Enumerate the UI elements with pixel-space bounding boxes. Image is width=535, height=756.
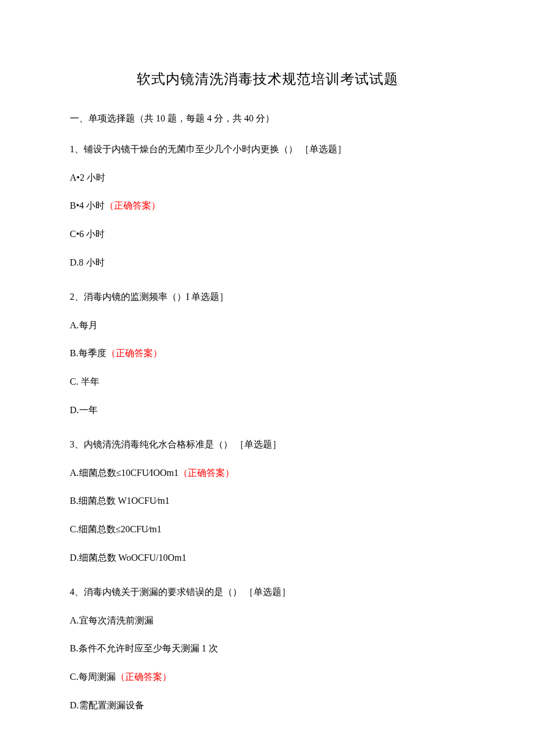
questions-container: 1、铺设于内镜干燥台的无菌巾至少几个小时内更换（） ［单选题］A•2 小时B•4… — [70, 141, 465, 714]
answer-option: D.需配置测漏设备 — [70, 697, 465, 714]
section-header: 一、单项选择题（共 10 题，每题 4 分，共 40 分） — [70, 110, 465, 127]
option-label: B.每季度 — [70, 348, 106, 358]
option-label: B•4 小时 — [70, 200, 105, 210]
question-text: 4、消毒内镜关于测漏的要求错误的是（） ［单选题］ — [70, 584, 465, 601]
correct-answer-marker: （正确答案） — [116, 672, 172, 682]
question-block: 4、消毒内镜关于测漏的要求错误的是（） ［单选题］A.宜每次清洗前测漏B.条件不… — [70, 584, 465, 714]
question-text: 3、内镜清洗消毒纯化水合格标准是（） ［单选题］ — [70, 436, 465, 453]
option-label: C.细菌总数≤20CFU⁄m1 — [70, 524, 162, 534]
answer-option: A•2 小时 — [70, 170, 465, 187]
answer-option: B.条件不允许时应至少每天测漏 1 次 — [70, 640, 465, 657]
question-text: 2、消毒内镜的监测频率（）I 单选题］ — [70, 289, 465, 306]
answer-option: A.细菌总数≤10CFU⁄IOOm1（正确答案） — [70, 465, 465, 482]
answer-option: B.每季度（正确答案） — [70, 345, 465, 362]
option-label: B.条件不允许时应至少每天测漏 1 次 — [70, 643, 218, 653]
answer-option: C.每周测漏（正确答案） — [70, 669, 465, 686]
correct-answer-marker: （正确答案） — [105, 200, 160, 210]
answer-option: A.每月 — [70, 317, 465, 334]
question-text: 1、铺设于内镜干燥台的无菌巾至少几个小时内更换（） ［单选题］ — [70, 141, 465, 158]
correct-answer-marker: （正确答案） — [106, 348, 162, 358]
answer-option: D.8 小时 — [70, 255, 465, 271]
answer-option: B.细菌总数 W1OCFU⁄m1 — [70, 493, 465, 510]
answer-option: A.宜每次清洗前测漏 — [70, 612, 465, 629]
question-block: 3、内镜清洗消毒纯化水合格标准是（） ［单选题］A.细菌总数≤10CFU⁄IOO… — [70, 436, 465, 567]
option-label: C.每周测漏 — [70, 672, 116, 682]
option-label: A.细菌总数≤10CFU⁄IOOm1 — [70, 468, 179, 478]
option-label: D.8 小时 — [70, 257, 105, 267]
option-label: B.细菌总数 W1OCFU⁄m1 — [70, 496, 170, 506]
option-label: A.每月 — [70, 320, 98, 330]
answer-option: B•4 小时（正确答案） — [70, 198, 465, 214]
document-title: 软式内镜清洗消毒技术规范培训考试试题 — [70, 70, 465, 88]
answer-option: D.细菌总数 WoOCFU/10Om1 — [70, 550, 465, 567]
option-label: A•2 小时 — [70, 173, 105, 182]
option-label: C•6 小时 — [70, 229, 105, 239]
answer-option: D.一年 — [70, 402, 465, 419]
option-label: D.需配置测漏设备 — [70, 700, 144, 710]
answer-option: C•6 小时 — [70, 226, 465, 243]
option-label: D.细菌总数 WoOCFU/10Om1 — [70, 553, 187, 562]
correct-answer-marker: （正确答案） — [179, 468, 234, 478]
answer-option: C.细菌总数≤20CFU⁄m1 — [70, 521, 465, 538]
option-label: D.一年 — [70, 405, 98, 415]
option-label: C. 半年 — [70, 377, 99, 386]
option-label: A.宜每次清洗前测漏 — [70, 615, 154, 625]
answer-option: C. 半年 — [70, 374, 465, 390]
question-block: 2、消毒内镜的监测频率（）I 单选题］A.每月B.每季度（正确答案）C. 半年D… — [70, 289, 465, 419]
document-page: 软式内镜清洗消毒技术规范培训考试试题 一、单项选择题（共 10 题，每题 4 分… — [0, 0, 535, 756]
question-block: 1、铺设于内镜干燥台的无菌巾至少几个小时内更换（） ［单选题］A•2 小时B•4… — [70, 141, 465, 271]
